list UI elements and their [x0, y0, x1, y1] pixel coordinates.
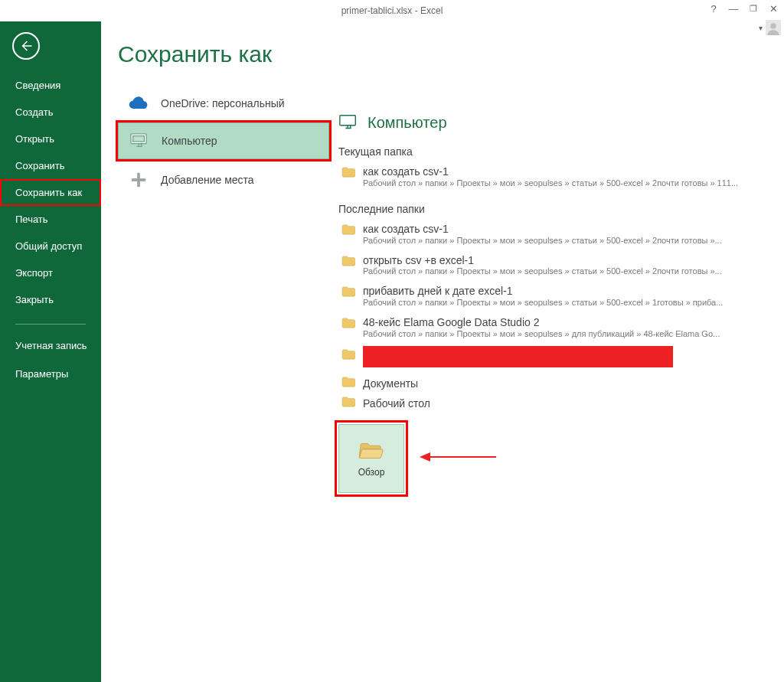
browse-button[interactable]: Обзор — [338, 424, 404, 493]
close-icon[interactable]: ✕ — [767, 3, 779, 15]
folder-name: Документы — [363, 377, 418, 390]
sidebar-item-share[interactable]: Общий доступ — [0, 233, 101, 259]
window-controls: ? — ❐ ✕ — [707, 3, 779, 15]
folder-icon — [341, 256, 355, 269]
computer-icon — [338, 113, 358, 132]
locations-column: Сохранить как OneDrive: персональный Ком… — [101, 21, 329, 682]
location-add-place-label: Добавление места — [161, 174, 254, 186]
folder-path: Рабочий стол » папки » Проекты » мои » s… — [363, 236, 753, 245]
sidebar-item-new[interactable]: Создать — [0, 99, 101, 126]
location-computer[interactable]: Компьютер — [118, 122, 329, 159]
right-panel-heading-text: Компьютер — [368, 114, 447, 132]
recent-folder[interactable]: как создать csv-1Рабочий стол » папки » … — [338, 220, 770, 251]
sidebar-item-print[interactable]: Печать — [0, 206, 101, 233]
help-icon[interactable]: ? — [707, 3, 720, 15]
folder-icon — [341, 349, 355, 363]
sidebar-item-open[interactable]: Открыть — [0, 126, 101, 152]
svg-rect-2 — [133, 136, 145, 142]
folder-name: как создать csv-1 — [363, 223, 770, 236]
sidebar-item-options[interactable]: Параметры — [0, 361, 101, 387]
sidebar-item-info[interactable]: Сведения — [0, 72, 101, 99]
sidebar-item-save-as[interactable]: Сохранить как — [0, 179, 101, 206]
computer-icon — [128, 132, 151, 149]
user-avatar[interactable] — [766, 20, 781, 35]
minimize-icon[interactable]: — — [727, 3, 740, 15]
folder-icon — [341, 318, 355, 331]
current-folder-label: Текущая папка — [338, 145, 770, 158]
restore-icon[interactable]: ❐ — [747, 4, 760, 14]
svg-marker-7 — [420, 452, 430, 462]
folder-icon — [341, 224, 355, 238]
right-panel: Компьютер Текущая папка как создать csv-… — [329, 21, 784, 682]
recent-folder-desktop[interactable]: Рабочий стол — [338, 393, 770, 413]
location-add-place[interactable]: Добавление места — [118, 162, 329, 197]
sidebar-divider — [15, 324, 86, 325]
cloud-icon — [127, 96, 150, 110]
location-onedrive-label: OneDrive: персональный — [161, 97, 285, 109]
ribbon-options-icon[interactable]: ▾ — [759, 24, 763, 32]
folder-open-icon — [358, 439, 384, 459]
folder-name: 48-кейс Elama Google Data Studio 2 — [363, 316, 770, 329]
sidebar-item-account[interactable]: Учетная запись — [0, 332, 101, 361]
sidebar-item-export[interactable]: Экспорт — [0, 259, 101, 286]
content-area: Сохранить как OneDrive: персональный Ком… — [101, 21, 784, 682]
location-computer-label: Компьютер — [162, 135, 217, 147]
folder-icon — [341, 167, 355, 181]
folder-name: прибавить дней к дате excel-1 — [363, 285, 770, 298]
recent-folder[interactable]: 48-кейс Elama Google Data Studio 2Рабочи… — [338, 313, 770, 344]
right-panel-heading: Компьютер — [338, 113, 770, 132]
back-button[interactable] — [12, 32, 40, 60]
location-onedrive[interactable]: OneDrive: персональный — [118, 87, 329, 119]
plus-icon — [127, 171, 150, 188]
folder-name: Рабочий стол — [363, 397, 430, 410]
redacted-block — [363, 346, 673, 367]
recent-folders-label: Последние папки — [338, 203, 770, 215]
ribbon-display-options: ▾ — [759, 20, 781, 35]
folder-icon — [341, 396, 355, 410]
recent-folder[interactable]: открыть csv +в excel-1Рабочий стол » пап… — [338, 251, 770, 282]
page-title: Сохранить как — [118, 41, 329, 67]
window-title: primer-tablici.xlsx - Excel — [341, 5, 443, 16]
browse-button-label: Обзор — [358, 467, 385, 478]
folder-name: открыть csv +в excel-1 — [363, 254, 770, 267]
folder-name: как создать csv-1 — [363, 165, 770, 178]
folder-icon — [341, 286, 355, 300]
folder-path: Рабочий стол » папки » Проекты » мои » s… — [363, 266, 753, 276]
annotation-arrow — [420, 450, 496, 467]
svg-point-0 — [770, 23, 776, 29]
backstage-sidebar: Сведения Создать Открыть Сохранить Сохра… — [0, 21, 101, 682]
recent-folder-redacted[interactable] — [338, 344, 770, 374]
svg-rect-5 — [340, 116, 355, 126]
svg-rect-4 — [132, 178, 145, 181]
current-folder[interactable]: как создать csv-1 Рабочий стол » папки »… — [338, 162, 770, 194]
folder-path: Рабочий стол » папки » Проекты » мои » s… — [363, 178, 753, 188]
folder-icon — [341, 377, 355, 390]
folder-path: Рабочий стол » папки » Проекты » мои » s… — [363, 298, 753, 307]
folder-path: Рабочий стол » папки » Проекты » мои » s… — [363, 329, 753, 338]
recent-folder[interactable]: прибавить дней к дате excel-1Рабочий сто… — [338, 282, 770, 313]
recent-folder-documents[interactable]: Документы — [338, 374, 770, 393]
sidebar-item-save[interactable]: Сохранить — [0, 152, 101, 179]
sidebar-item-close[interactable]: Закрыть — [0, 286, 101, 313]
title-bar: primer-tablici.xlsx - Excel ? — ❐ ✕ — [0, 0, 784, 21]
